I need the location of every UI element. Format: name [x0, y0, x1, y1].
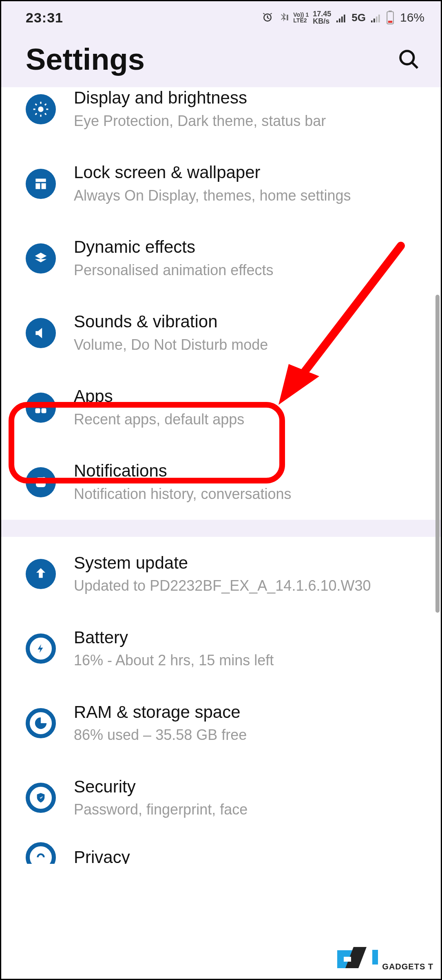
speaker-icon	[26, 318, 56, 348]
sublabel: 16% - About 2 hrs, 15 mins left	[74, 651, 424, 671]
sublabel: Password, fingerprint, face	[74, 800, 424, 820]
item-privacy[interactable]: Privacy	[1, 835, 441, 864]
label: Apps	[74, 386, 424, 407]
brightness-icon	[26, 94, 56, 124]
sublabel: Volume, Do Not Disturb mode	[74, 335, 424, 355]
bluetooth-icon	[278, 11, 289, 24]
svg-line-10	[45, 113, 46, 115]
network-type: 5G	[351, 11, 366, 24]
layers-icon	[26, 243, 56, 274]
signal2-icon	[370, 13, 382, 22]
label: Battery	[74, 627, 424, 649]
svg-rect-16	[42, 408, 46, 413]
settings-screen: 23:31 Vo)) 1 LTE2 17.45 KB/s 5G 16% Sett…	[0, 0, 442, 980]
page-title: Settings	[26, 42, 145, 77]
label: Dynamic effects	[74, 236, 424, 258]
section-divider	[1, 520, 441, 537]
storage-icon	[26, 708, 56, 738]
watermark: GADGETS T	[337, 943, 433, 971]
update-icon	[26, 559, 56, 589]
scrollbar[interactable]	[435, 295, 440, 613]
signal-icon	[335, 13, 347, 22]
svg-rect-15	[35, 408, 40, 413]
item-system-update[interactable]: System update Updated to PD2232BF_EX_A_1…	[1, 537, 441, 611]
svg-rect-3	[388, 21, 392, 23]
battery-setting-icon	[26, 633, 56, 664]
svg-rect-14	[42, 402, 46, 407]
svg-rect-22	[344, 957, 351, 962]
sublabel: Notification history, conversations	[74, 484, 424, 504]
status-time: 23:31	[26, 10, 63, 26]
label: Display and brightness	[74, 87, 424, 109]
label: System update	[74, 552, 424, 574]
item-display[interactable]: Display and brightness Eye Protection, D…	[1, 87, 441, 146]
label: Privacy	[74, 847, 424, 864]
sublabel: Always On Display, themes, home settings	[74, 186, 424, 206]
sublabel: 86% used – 35.58 GB free	[74, 725, 424, 745]
label: Notifications	[74, 460, 424, 482]
battery-icon	[386, 11, 394, 24]
settings-list: Display and brightness Eye Protection, D…	[1, 87, 441, 864]
sublabel: Eye Protection, Dark theme, status bar	[74, 111, 424, 131]
svg-line-12	[45, 104, 46, 105]
item-battery[interactable]: Battery 16% - About 2 hrs, 15 mins left	[1, 611, 441, 686]
status-bar: 23:31 Vo)) 1 LTE2 17.45 KB/s 5G 16%	[1, 1, 441, 34]
search-icon[interactable]	[398, 48, 420, 71]
label: Lock screen & wallpaper	[74, 162, 424, 183]
notifications-icon	[26, 467, 56, 497]
item-sounds[interactable]: Sounds & vibration Volume, Do Not Distur…	[1, 296, 441, 370]
svg-line-9	[35, 104, 37, 105]
label: RAM & storage space	[74, 702, 424, 723]
wallpaper-icon	[26, 169, 56, 199]
sublabel: Updated to PD2232BF_EX_A_14.1.6.10.W30	[74, 576, 424, 596]
label: Security	[74, 776, 424, 798]
lte-indicator: Vo)) 1 LTE2	[293, 12, 309, 23]
sublabel: Recent apps, default apps	[74, 410, 424, 430]
svg-point-18	[42, 477, 46, 481]
item-security[interactable]: Security Password, fingerprint, face	[1, 761, 441, 835]
alarm-icon	[261, 11, 274, 24]
privacy-icon	[26, 842, 56, 864]
item-ram-storage[interactable]: RAM & storage space 86% used – 35.58 GB …	[1, 686, 441, 761]
svg-rect-13	[35, 402, 40, 407]
item-notifications[interactable]: Notifications Notification history, conv…	[1, 445, 441, 519]
svg-rect-0	[287, 15, 289, 20]
item-lockscreen[interactable]: Lock screen & wallpaper Always On Displa…	[1, 146, 441, 221]
sublabel: Personalised animation effects	[74, 260, 424, 280]
apps-icon	[26, 393, 56, 423]
shield-icon	[26, 783, 56, 813]
item-dynamic-effects[interactable]: Dynamic effects Personalised animation e…	[1, 221, 441, 296]
label: Sounds & vibration	[74, 311, 424, 333]
battery-percent: 16%	[400, 11, 424, 24]
svg-point-4	[38, 106, 43, 112]
data-speed: 17.45 KB/s	[313, 10, 331, 25]
item-apps[interactable]: Apps Recent apps, default apps	[1, 370, 441, 445]
svg-line-11	[35, 113, 37, 115]
